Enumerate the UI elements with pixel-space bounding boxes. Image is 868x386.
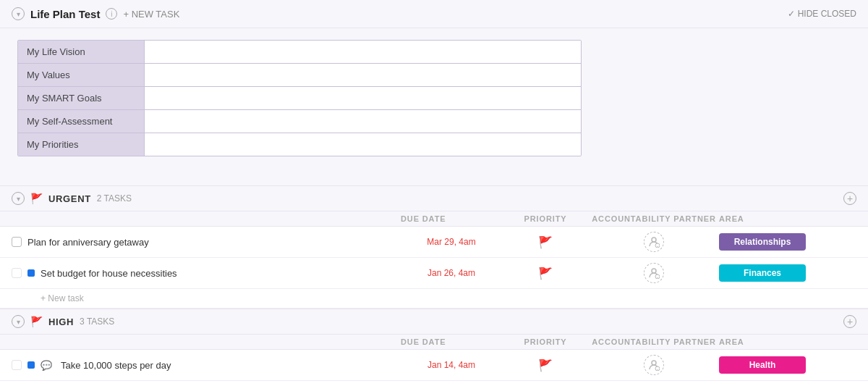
task-group-header: ▾ 🚩 URGENT 2 TASKS + xyxy=(0,185,868,211)
svg-point-0 xyxy=(652,238,656,242)
area-cell: Health xyxy=(719,356,827,374)
task-checkbox[interactable] xyxy=(12,268,22,278)
task-dot-blue xyxy=(27,269,35,277)
group-title: HIGH xyxy=(48,316,74,327)
task-group-urgent: ▾ 🚩 URGENT 2 TASKS + DUE DATE PRIORITY A… xyxy=(0,185,868,309)
life-plan-label: My Priorities xyxy=(18,133,145,156)
priority-cell[interactable]: 🚩 xyxy=(502,267,589,280)
life-plan-row: My Self-Assessment xyxy=(18,110,581,133)
accountability-cell: + xyxy=(589,263,719,283)
task-checkbox[interactable] xyxy=(12,237,22,247)
project-title: Life Plan Test xyxy=(30,8,100,20)
task-columns-header: DUE DATE PRIORITY ACCOUNTABILITY PARTNER… xyxy=(0,211,868,227)
due-date-cell[interactable]: Mar 29, 4am xyxy=(401,237,502,247)
area-cell: Relationships xyxy=(719,233,827,251)
flag-yellow-icon: 🚩 xyxy=(30,316,43,327)
life-plan-label: My SMART Goals xyxy=(18,87,145,109)
life-plan-value[interactable] xyxy=(145,64,581,86)
add-accountability-button[interactable]: + xyxy=(644,263,664,283)
task-name[interactable]: Take 10,000 steps per day xyxy=(61,360,171,371)
task-groups-container: ▾ 🚩 URGENT 2 TASKS + DUE DATE PRIORITY A… xyxy=(0,185,868,386)
life-plan-value[interactable] xyxy=(145,133,581,156)
svg-text:+: + xyxy=(657,367,659,372)
header-left: ▾ Life Plan Test i + NEW TASK xyxy=(12,7,788,20)
task-columns-header: DUE DATE PRIORITY ACCOUNTABILITY PARTNER… xyxy=(0,335,868,350)
priority-flag-icon: 🚩 xyxy=(538,236,553,248)
checkmark-icon: ✓ xyxy=(788,9,795,19)
col-accountability: ACCOUNTABILITY PARTNER xyxy=(589,214,719,223)
life-plan-value[interactable] xyxy=(145,41,581,63)
accountability-cell: + xyxy=(589,355,719,375)
task-name[interactable]: Plan for anniversary getaway xyxy=(27,237,149,248)
group-title: URGENT xyxy=(48,193,91,204)
priority-flag-icon: 🚩 xyxy=(538,359,553,372)
info-icon[interactable]: i xyxy=(106,8,117,20)
life-plan-value[interactable] xyxy=(145,87,581,109)
due-date-cell[interactable]: Jan 14, 4am xyxy=(401,360,502,370)
add-task-button[interactable]: + New task xyxy=(0,289,868,309)
add-accountability-button[interactable]: + xyxy=(644,232,664,252)
svg-point-6 xyxy=(652,361,656,365)
life-plan-label: My Values xyxy=(18,64,145,86)
col-due-date: DUE DATE xyxy=(401,337,502,346)
task-name-cell: Plan for anniversary getaway xyxy=(12,237,401,248)
col-area: AREA xyxy=(719,214,827,223)
svg-point-3 xyxy=(652,269,656,273)
task-name-cell: Set budget for house necessities xyxy=(12,268,401,279)
col-actions xyxy=(827,337,856,346)
hide-closed-button[interactable]: ✓ HIDE CLOSED xyxy=(788,9,856,19)
group-count: 3 TASKS xyxy=(80,316,114,327)
col-task xyxy=(12,214,401,223)
life-plan-row: My Priorities xyxy=(18,133,581,156)
col-area: AREA xyxy=(719,337,827,346)
area-badge[interactable]: Relationships xyxy=(719,233,806,251)
task-name-cell: 💬 Take 10,000 steps per day xyxy=(12,360,401,371)
accountability-cell: + xyxy=(589,232,719,252)
comment-icon: 💬 xyxy=(41,360,52,371)
area-badge[interactable]: Finances xyxy=(719,264,806,282)
task-checkbox[interactable] xyxy=(12,360,22,370)
life-plan-row: My Life Vision xyxy=(18,41,581,64)
priority-cell[interactable]: 🚩 xyxy=(502,235,589,249)
area-cell: Finances xyxy=(719,264,827,282)
header: ▾ Life Plan Test i + NEW TASK ✓ HIDE CLO… xyxy=(0,0,868,28)
due-date-cell[interactable]: Jan 26, 4am xyxy=(401,268,502,278)
task-name[interactable]: Set budget for house necessities xyxy=(41,268,177,279)
life-plan-label: My Life Vision xyxy=(18,41,145,63)
priority-flag-icon: 🚩 xyxy=(538,267,553,280)
task-row: Set budget for house necessities Jan 26,… xyxy=(0,258,868,289)
task-dot-blue xyxy=(27,361,35,369)
group-collapse-button[interactable]: ▾ xyxy=(12,315,25,328)
add-group-button[interactable]: + xyxy=(843,192,856,205)
task-group-high: ▾ 🚩 HIGH 3 TASKS + DUE DATE PRIORITY ACC… xyxy=(0,309,868,386)
col-priority: PRIORITY xyxy=(502,214,589,223)
task-row: Plan for anniversary getaway Mar 29, 4am… xyxy=(0,227,868,258)
life-plan-row: My SMART Goals xyxy=(18,87,581,110)
task-row: 💬 Take 10,000 steps per day Jan 14, 4am … xyxy=(0,350,868,381)
col-task xyxy=(12,337,401,346)
col-accountability: ACCOUNTABILITY PARTNER xyxy=(589,337,719,346)
task-group-header: ▾ 🚩 HIGH 3 TASKS + xyxy=(0,309,868,335)
flag-red-icon: 🚩 xyxy=(30,193,43,204)
group-collapse-button[interactable]: ▾ xyxy=(12,192,25,205)
col-priority: PRIORITY xyxy=(502,337,589,346)
new-task-button[interactable]: + NEW TASK xyxy=(123,9,179,20)
add-accountability-button[interactable]: + xyxy=(644,355,664,375)
task-row: Update general ledger for annual tax ret… xyxy=(0,381,868,386)
life-plan-label: My Self-Assessment xyxy=(18,110,145,133)
add-group-button[interactable]: + xyxy=(843,315,856,328)
col-due-date: DUE DATE xyxy=(401,214,502,223)
svg-text:+: + xyxy=(657,244,659,248)
area-badge[interactable]: Health xyxy=(719,356,806,374)
group-count: 2 TASKS xyxy=(97,193,132,204)
life-plan-table: My Life Vision My Values My SMART Goals … xyxy=(17,40,582,156)
collapse-button[interactable]: ▾ xyxy=(12,7,25,20)
life-plan-section: My Life Vision My Values My SMART Goals … xyxy=(0,28,868,168)
life-plan-value[interactable] xyxy=(145,110,581,133)
priority-cell[interactable]: 🚩 xyxy=(502,358,589,372)
life-plan-row: My Values xyxy=(18,64,581,87)
svg-text:+: + xyxy=(657,275,659,280)
col-actions xyxy=(827,214,856,223)
